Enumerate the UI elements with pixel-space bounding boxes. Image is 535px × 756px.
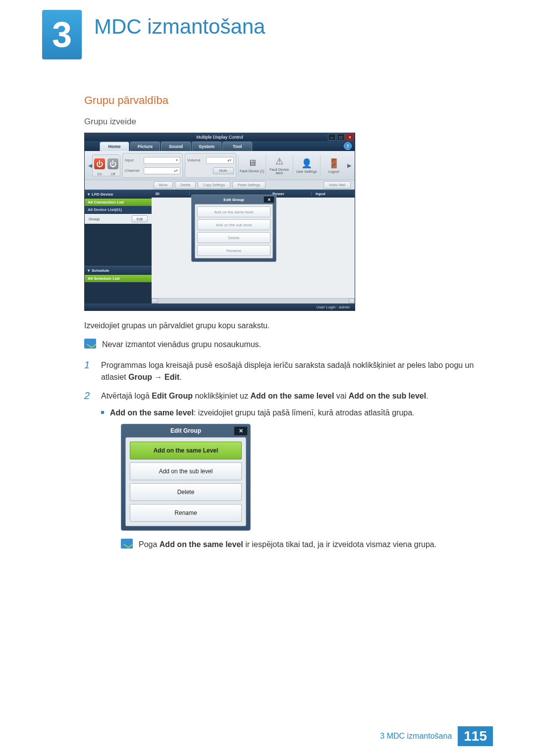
window-titlebar: Multiple Display Control – □ ✕ (85, 133, 355, 141)
opt-add-same-level[interactable]: Add on the same level (197, 206, 270, 217)
large-opt-delete[interactable]: Delete (130, 483, 242, 501)
tab-picture[interactable]: Picture (130, 142, 160, 151)
window-title: Multiple Display Control (196, 135, 243, 140)
input-label: Input (125, 158, 144, 162)
chapter-number-badge: 3 (42, 10, 82, 59)
large-opt-rename[interactable]: Rename (130, 504, 242, 522)
fault-alert-button[interactable]: ⚠Fault Device Alert (266, 155, 293, 176)
large-opt-add-sub[interactable]: Add on the sub level (130, 462, 242, 480)
step-2-number: 2 (84, 390, 93, 559)
power-on-label: On (93, 172, 106, 176)
tab-system[interactable]: System (192, 142, 221, 151)
logout-button[interactable]: 🚪Logout (320, 155, 347, 176)
subsection-heading: Grupu izveide (84, 117, 495, 127)
main-area: ID Power Input Edit Group ✕ Add on the s… (152, 190, 355, 303)
move-button[interactable]: Move (154, 181, 173, 189)
scroll-right-icon[interactable]: ▶ (347, 155, 352, 175)
opt-delete[interactable]: Delete (197, 232, 270, 243)
monitor-icon: 🖥 (248, 158, 257, 168)
user-settings-button[interactable]: 👤User Settings (293, 155, 320, 176)
step-2-text: Atvērtajā logā Edit Group noklikšķiniet … (101, 390, 495, 559)
tab-tool[interactable]: Tool (222, 142, 252, 151)
page-footer: 3 MDC izmantošana 115 (380, 726, 493, 746)
power-off-icon[interactable]: ⏻ (107, 158, 118, 169)
toolbar: ◀ ⏻ ⏻ On Off Input▾ Channel▴▾ Volume▴▾ M… (85, 151, 355, 180)
fault-device-button[interactable]: 🖥Fault Device (1) (238, 155, 266, 176)
sidebar-edit-button[interactable]: Edit (132, 215, 148, 222)
edit-group-dialog: Edit Group ✕ Add on the same level Add o… (191, 195, 276, 262)
intro-text: Izveidojiet grupas un pārvaldiet grupu k… (84, 320, 495, 332)
delete-button[interactable]: Delete (175, 181, 196, 189)
step-1-text: Programmas loga kreisajā pusē esošajā di… (101, 359, 495, 383)
note-2: Poga Add on the same level ir iespējota … (139, 539, 436, 551)
note-icon (121, 539, 133, 549)
action-bar: Move Delete Copy Settings Paste Settings… (85, 180, 355, 190)
note-1: Nevar izmantot vienādus grupu nosaukumus… (102, 339, 261, 351)
help-icon[interactable]: ? (344, 142, 352, 150)
step-1-number: 1 (84, 359, 93, 383)
warning-icon: ⚠ (275, 156, 283, 167)
section-heading: Grupu pārvaldība (84, 94, 495, 107)
sidebar-all-connection[interactable]: All Connection List (85, 199, 152, 206)
tab-sound[interactable]: Sound (161, 142, 191, 151)
sidebar-group-row: Group Edit (85, 214, 152, 224)
dialog-close-icon[interactable]: ✕ (264, 196, 274, 203)
edit-group-dialog-large: Edit Group ✕ Add on the same Level Add o… (121, 424, 251, 531)
volume-block: Volume▴▾ Mute (185, 153, 236, 178)
maximize-icon[interactable]: □ (337, 134, 345, 141)
close-icon[interactable]: ✕ (346, 134, 354, 141)
dialog-title: Edit Group ✕ (192, 195, 276, 204)
opt-rename[interactable]: Rename (197, 245, 270, 256)
bullet-dot-icon (101, 411, 104, 414)
large-opt-add-same[interactable]: Add on the same Level (130, 442, 242, 459)
video-wall-button[interactable]: Video Wall (323, 181, 351, 189)
horizontal-scrollbar[interactable] (152, 298, 355, 303)
paste-settings-button[interactable]: Paste Settings (232, 181, 266, 189)
chapter-title: MDC izmantošana (94, 15, 265, 39)
dialog-large-close-icon[interactable]: ✕ (234, 426, 248, 436)
volume-stepper[interactable]: ▴▾ (206, 157, 234, 164)
power-off-label: Off (107, 172, 120, 176)
volume-label: Volume (187, 158, 206, 162)
sidebar-schedule-header[interactable]: ▾ Schedule (85, 266, 152, 275)
tab-home[interactable]: Home (100, 142, 129, 151)
power-block: ⏻ ⏻ On Off (92, 154, 120, 176)
sidebar-all-device[interactable]: All Device List(01) (85, 206, 152, 214)
input-dropdown[interactable]: ▾ (144, 157, 180, 164)
minimize-icon[interactable]: – (328, 134, 336, 141)
user-icon: 👤 (301, 158, 312, 169)
sidebar-group-label: Group (89, 217, 100, 221)
bullet-1: Add on the same level: izveidojiet grupu… (110, 407, 415, 419)
sidebar-all-schedule[interactable]: All Schedule List (85, 275, 152, 282)
input-channel-block: Input▾ Channel▴▾ (122, 153, 183, 178)
dialog-large-title: Edit Group (170, 426, 201, 435)
power-on-icon[interactable]: ⏻ (94, 158, 105, 169)
col-input: Input (312, 192, 355, 196)
status-bar: User Login : admin (85, 303, 355, 310)
mute-button[interactable]: Mute (213, 167, 234, 174)
copy-settings-button[interactable]: Copy Settings (198, 181, 230, 189)
mdc-screenshot: Multiple Display Control – □ ✕ Home Pict… (84, 133, 355, 311)
footer-page-number: 115 (458, 726, 493, 746)
note-icon (84, 339, 96, 349)
sidebar-lfd-header[interactable]: ▾ LFD Device (85, 190, 152, 199)
scroll-left-icon[interactable]: ◀ (88, 155, 92, 175)
main-tabs: Home Picture Sound System Tool ? (85, 141, 355, 151)
footer-label: 3 MDC izmantošana (380, 732, 452, 741)
door-icon: 🚪 (328, 158, 339, 169)
opt-add-sub-level[interactable]: Add on the sub level (197, 219, 270, 230)
channel-stepper[interactable]: ▴▾ (144, 167, 180, 174)
col-id: ID (152, 192, 190, 196)
channel-label: Channel (125, 168, 144, 173)
sidebar: ▾ LFD Device All Connection List All Dev… (85, 190, 152, 303)
